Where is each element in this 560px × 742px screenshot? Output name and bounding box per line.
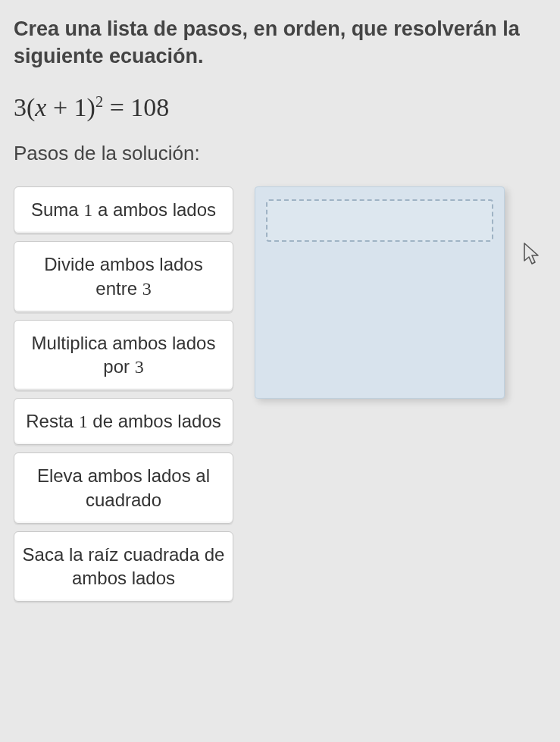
- option-divide-3[interactable]: Divide ambos lados entre 3: [14, 241, 233, 312]
- equation-close-paren: ): [87, 93, 95, 121]
- option-add-1[interactable]: Suma 1 a ambos lados: [14, 186, 233, 233]
- option-text-num: 1: [83, 200, 92, 220]
- equation-open-paren: (: [27, 93, 35, 121]
- drop-zone[interactable]: [255, 186, 505, 399]
- equation-const: 1: [74, 93, 87, 121]
- option-text-pre: Divide ambos lados entre: [44, 254, 202, 298]
- option-text-num: 3: [142, 279, 152, 299]
- option-text-pre: Multiplica ambos lados por: [32, 333, 216, 377]
- option-text-post: a ambos lados: [92, 199, 216, 220]
- option-text-post: de ambos lados: [88, 411, 221, 431]
- option-text-pre: Resta: [26, 411, 78, 431]
- drop-slot[interactable]: [266, 199, 493, 242]
- option-square-root[interactable]: Saca la raíz cuadrada de ambos lados: [14, 531, 233, 602]
- option-text-num: 1: [79, 412, 88, 431]
- content-row: Suma 1 a ambos lados Divide ambos lados …: [14, 186, 546, 602]
- equation-rhs: 108: [130, 93, 169, 121]
- steps-label: Pasos de la solución:: [14, 142, 546, 165]
- option-square[interactable]: Eleva ambos lados al cuadrado: [14, 452, 233, 523]
- option-text-pre: Suma: [31, 199, 83, 220]
- option-text-num: 3: [135, 357, 144, 377]
- instruction-text: Crea una lista de pasos, en orden, que r…: [14, 15, 546, 70]
- equation-exponent: 2: [95, 93, 103, 110]
- option-text-pre: Eleva ambos lados al cuadrado: [37, 465, 210, 509]
- options-column: Suma 1 a ambos lados Divide ambos lados …: [14, 186, 233, 602]
- equation-variable: x: [35, 93, 46, 121]
- option-subtract-1[interactable]: Resta 1 de ambos lados: [14, 398, 233, 445]
- equation-equals: =: [103, 93, 130, 121]
- option-text-pre: Saca la raíz cuadrada de ambos lados: [23, 544, 225, 588]
- option-multiply-3[interactable]: Multiplica ambos lados por 3: [14, 320, 233, 390]
- equation-coef: 3: [14, 93, 27, 121]
- equation-plus: +: [46, 93, 74, 121]
- equation: 3(x + 1)2 = 108: [14, 93, 546, 122]
